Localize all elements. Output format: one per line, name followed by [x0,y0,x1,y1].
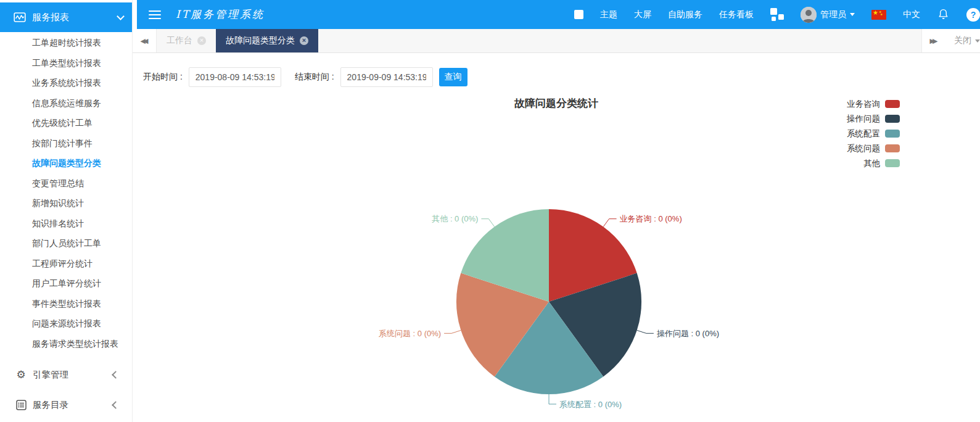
topbar-item-bigscreen[interactable]: 大屏 [634,9,651,20]
chevron-down-icon [975,39,980,43]
sidebar-item[interactable]: 工单超时统计报表 [0,33,132,54]
main-area: ◀◀ 工作台×故障问题类型分类× ▶▶ 关闭 开始时间 : 结束时间 : 查询 … [133,29,980,422]
tab-工作台[interactable]: 工作台× [157,29,216,52]
apps-grid-icon[interactable] [770,8,784,22]
close-all-tabs-button[interactable]: 关闭 [945,29,980,52]
app-root: IT服务管理系统 主题 大屏 自助服务 任务看板 [0,0,980,422]
sidebar-item[interactable]: 问题来源统计报表 [0,314,132,334]
sidebar-item[interactable]: 工程师评分统计 [0,254,132,275]
pie-label: 系统配置 : 0 (0%) [559,400,622,409]
tab-list: 工作台×故障问题类型分类× [157,29,318,52]
tab-scroll-right-icon[interactable]: ▶▶ [921,29,945,52]
sidebar-item[interactable]: 服务请求类型统计报表 [0,334,132,355]
topbar-item-theme[interactable]: 主题 [600,9,617,20]
topbar-item-selfservice[interactable]: 自助服务 [668,9,702,20]
pie-label: 业务咨询 : 0 (0%) [620,214,682,223]
app-title: IT服务管理系统 [176,7,265,22]
user-name: 管理员 [820,9,846,20]
sidebar-item[interactable]: 业务系统统计报表 [0,73,132,94]
pie-label: 操作问题 : 0 (0%) [656,329,719,338]
sidebar: 服务报表 工单超时统计报表工单类型统计报表业务系统统计报表信息系统运维服务优先级… [0,0,133,422]
sidebar-item[interactable]: 按部门统计事件 [0,134,132,154]
content: 开始时间 : 结束时间 : 查询 故障问题分类统计 业务咨询操作问题系统配置系统… [133,53,980,422]
notification-bell-icon[interactable] [937,8,950,21]
tab-close-icon[interactable]: × [197,36,206,45]
sidebar-item[interactable]: 工单类型统计报表 [0,54,132,74]
tab-故障问题类型分类[interactable]: 故障问题类型分类× [216,29,318,52]
pie-label: 系统问题 : 0 (0%) [379,329,441,338]
sidebar-item[interactable]: 部门人员统计工单 [0,234,132,254]
chevron-down-icon [850,13,855,16]
pie-label-line [549,394,556,404]
pie-label-line [603,219,616,227]
sidebar-menu: 工单超时统计报表工单类型统计报表业务系统统计报表信息系统运维服务优先级统计工单按… [0,32,132,354]
tab-close-icon[interactable]: × [300,36,308,45]
topbar-item-taskboard[interactable]: 任务看板 [719,9,754,20]
report-chart-icon [14,11,26,23]
pie-label: 其他 : 0 (0%) [432,214,478,223]
gear-icon: ⚙ [15,369,27,380]
sidebar-item[interactable]: 新增知识统计 [0,194,132,214]
sidebar-item[interactable]: 优先级统计工单 [0,114,132,134]
language-switch[interactable]: 中文 [903,9,920,20]
topbar: IT服务管理系统 主题 大屏 自助服务 任务看板 [137,0,980,29]
catalog-list-icon [15,399,27,410]
sidebar-item[interactable]: 信息系统运维服务 [0,94,132,114]
user-menu[interactable]: 管理员 [801,7,855,23]
topbar-right: 主题 大屏 自助服务 任务看板 管理员 [574,7,980,23]
tab-scroll-left-icon[interactable]: ◀◀ [133,29,157,52]
avatar [801,7,817,23]
pie-chart: 业务咨询 : 0 (0%)操作问题 : 0 (0%)系统配置 : 0 (0%)系… [133,53,980,422]
sidebar-item[interactable]: 故障问题类型分类 [0,154,132,174]
sidebar-item[interactable]: 用户工单评分统计 [0,274,132,294]
chevron-down-icon [117,12,125,20]
china-flag-icon[interactable]: ★ ★ ★ [871,10,886,20]
sidebar-item[interactable]: 知识排名统计 [0,214,132,234]
chevron-left-icon [112,401,120,409]
sidebar-header[interactable]: 服务报表 [0,2,132,32]
help-icon[interactable]: ? [966,8,980,22]
sidebar-header-label: 服务报表 [32,12,118,23]
tabbar: ◀◀ 工作台×故障问题类型分类× ▶▶ 关闭 [133,29,980,53]
pie-label-line [637,330,654,333]
sidebar-section-engine[interactable]: ⚙ 引擎管理 [0,365,132,384]
chevron-left-icon [112,371,120,379]
sidebar-item[interactable]: 变更管理总结 [0,174,132,194]
sidebar-section-catalog[interactable]: 服务目录 [0,395,132,415]
menu-icon[interactable] [149,8,161,22]
pie-label-line [444,330,461,333]
sidebar-item[interactable]: 事件类型统计报表 [0,294,132,315]
pie-label-line [481,219,494,227]
fullscreen-icon[interactable] [574,10,583,19]
